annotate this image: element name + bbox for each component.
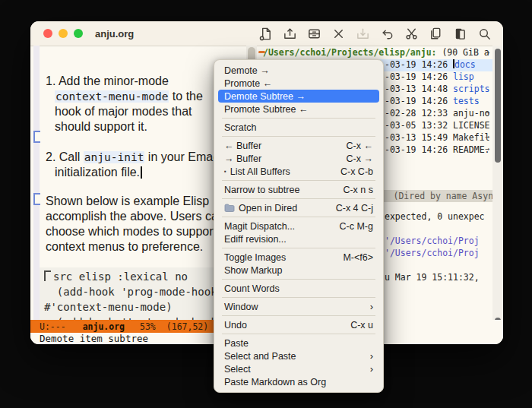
dired-scrollbar-thumb[interactable]	[495, 49, 501, 163]
org-list-item: 1. Add the minor-mode	[46, 74, 169, 88]
modeline-buffer-name: anju.org	[83, 321, 125, 332]
src-block-line: #'context-menu-mode)	[44, 301, 173, 313]
org-list-item: initialization file.	[55, 166, 142, 179]
menu-item-list-all-buffers[interactable]: ▪List All BuffersC-x C-b	[218, 165, 379, 178]
compilation-link[interactable]: '/Users/cchoi/Proj	[385, 248, 480, 258]
dired-dir-name[interactable]: lisp	[453, 71, 474, 82]
left-fringe	[33, 46, 40, 320]
org-paragraph: accomplish the above. Users can	[46, 210, 225, 223]
src-block-corner-icon	[44, 270, 51, 281]
org-paragraph: Shown below is example Elisp	[46, 195, 209, 208]
menu-item-paste-markdown-as-org[interactable]: Paste Markdown as Org	[218, 375, 379, 388]
menu-item-scratch[interactable]: Scratch	[218, 121, 379, 134]
compilation-line: expected, 0 unexpec	[385, 211, 485, 222]
menu-separator	[222, 279, 375, 280]
org-list-item: 2. Call anju-init in your Emacs	[46, 150, 225, 164]
traffic-lights	[43, 29, 83, 38]
modeline-chrome: U:---	[40, 321, 66, 332]
truncation-arrow-icon: →	[485, 48, 489, 56]
close-window-button[interactable]	[43, 29, 52, 38]
menu-separator	[222, 118, 375, 119]
org-list-item: context-menu-mode to the	[55, 90, 203, 103]
folder-icon	[224, 204, 235, 212]
new-file-icon[interactable]	[257, 25, 274, 42]
echo-message: Demote item subtree	[40, 333, 148, 344]
open-file-icon[interactable]	[281, 25, 298, 42]
menu-item-count-words[interactable]: Count Words	[218, 282, 379, 295]
menu-separator	[222, 217, 375, 217]
undo-icon[interactable]	[378, 25, 395, 42]
menu-item-magit-dispatch[interactable]: Magit Dispatch...C-c M-g	[218, 220, 379, 232]
menu-separator	[222, 334, 375, 334]
menu-separator	[222, 180, 375, 181]
compilation-link[interactable]: '/Users/cchoi/Proj	[385, 236, 480, 246]
title-bar[interactable]: anju.org	[30, 21, 503, 46]
save-as-icon[interactable]	[354, 25, 371, 42]
fringe-mark-icon	[33, 193, 40, 205]
compilation-line: u Mar 19 15:11:32,	[385, 272, 485, 283]
context-menu: Demote → Promote ← Demote Subtree → Prom…	[214, 59, 384, 393]
menu-item-ediff-revision[interactable]: Ediff revision...	[218, 232, 379, 245]
buffer-list-icon: ▪	[224, 168, 226, 175]
dired-dir-name[interactable]: tests	[453, 96, 480, 106]
desktop: anju.org	[0, 0, 532, 408]
menu-item-open-in-dired[interactable]: Open in DiredC-x 4 C-j	[218, 201, 379, 214]
org-paragraph: context menus to preference.	[46, 240, 203, 254]
window-title: anju.org	[95, 28, 134, 40]
menu-separator	[222, 198, 375, 199]
menu-separator	[222, 315, 375, 316]
close-buffer-icon[interactable]	[330, 25, 347, 42]
submenu-chevron-icon: ›	[370, 301, 373, 312]
menu-separator	[222, 136, 375, 137]
dired-dir-name[interactable]: docs	[454, 59, 476, 70]
src-block-header: src elisp :lexical no	[44, 270, 188, 283]
menu-item-promote-subtree[interactable]: Promote Subtree ←	[218, 103, 379, 115]
menu-item-promote[interactable]: Promote ←	[218, 77, 379, 90]
zoom-window-button[interactable]	[74, 29, 83, 38]
menu-item-window[interactable]: Window›	[218, 300, 379, 313]
modeline-percent: 53%	[140, 321, 156, 332]
menu-item-select[interactable]: Select›	[218, 362, 379, 375]
search-icon[interactable]	[476, 25, 492, 42]
dired-dir-name[interactable]: scripts	[453, 84, 489, 94]
menu-item-undo[interactable]: UndoC-x u	[218, 318, 379, 331]
menu-item-demote[interactable]: Demote →	[218, 64, 379, 77]
truncation-arrow-icon: →	[485, 144, 489, 153]
menu-item-demote-subtree[interactable]: Demote Subtree →	[218, 90, 379, 103]
toolbar	[257, 21, 492, 46]
src-block-line: (add-hook 'prog-mode-hook	[44, 286, 217, 298]
modeline-position: (167,52)	[166, 321, 208, 332]
menu-item-show-markup[interactable]: Show Markup	[218, 264, 379, 277]
menu-item-select-and-paste[interactable]: Select and Paste›	[218, 349, 379, 362]
truncation-arrow-icon: →	[485, 132, 489, 141]
menu-item-narrow-to-subtree[interactable]: Narrow to subtreeC-x n s	[218, 183, 379, 196]
compilation-scrollbar-thumb[interactable]	[495, 318, 501, 320]
submenu-chevron-icon: ›	[370, 363, 373, 375]
minimize-window-button[interactable]	[59, 29, 68, 38]
menu-item-toggle-images[interactable]: Toggle ImagesM-<f6>	[218, 251, 379, 264]
menu-item-prev-buffer[interactable]: ← BufferC-x ←	[218, 139, 379, 152]
menu-separator	[222, 297, 375, 298]
org-paragraph: choose which modes to support	[46, 225, 217, 239]
inline-code: context-menu-mode	[55, 90, 169, 103]
right-scrollbar[interactable]	[492, 46, 503, 320]
save-icon[interactable]	[306, 25, 322, 42]
cut-icon[interactable]	[403, 25, 420, 42]
submenu-chevron-icon: ›	[370, 350, 373, 362]
menu-separator	[222, 248, 375, 248]
menu-item-paste[interactable]: Paste	[218, 337, 379, 349]
fringe-mark-icon	[33, 131, 40, 143]
dired-path: /Users/cchoi/Projects/elisp/anju:	[263, 47, 436, 58]
paste-icon[interactable]	[451, 25, 468, 42]
org-list-item: hook of major modes that	[55, 105, 192, 119]
org-list-item: should support it.	[55, 120, 147, 134]
dired-header-line: /Users/cchoi/Projects/elisp/anju: (90 Gi…	[263, 47, 489, 58]
dired-file-name[interactable]: LICENSE	[453, 120, 489, 131]
truncation-arrow-icon: →	[485, 108, 489, 116]
copy-icon[interactable]	[427, 25, 444, 42]
menu-item-next-buffer[interactable]: → BufferC-x →	[218, 152, 379, 165]
text-cursor	[141, 166, 142, 179]
inline-code: anju-init	[84, 151, 145, 163]
